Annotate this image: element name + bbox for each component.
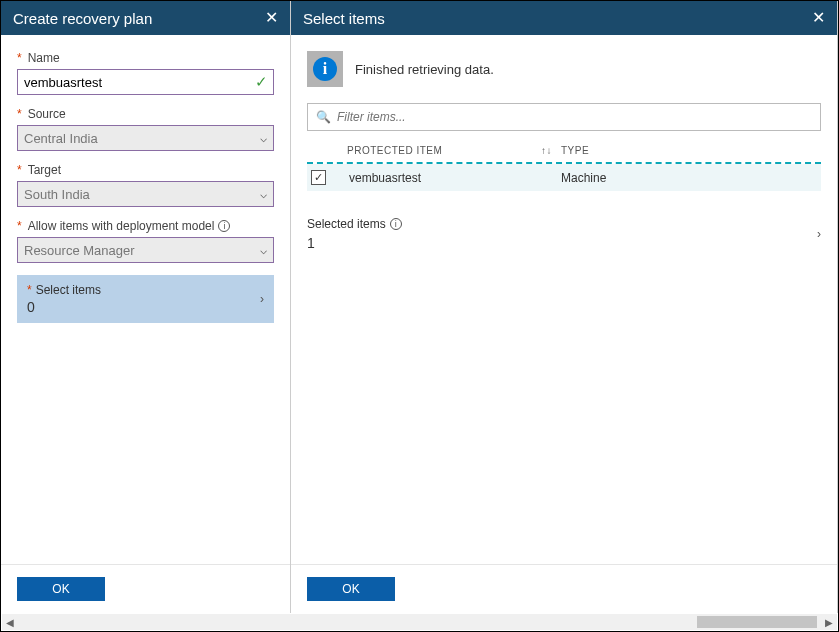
scroll-thumb[interactable] [697,616,817,628]
search-icon: 🔍 [316,110,331,124]
chevron-right-icon: › [260,292,264,306]
ok-button[interactable]: OK [17,577,105,601]
chevron-down-icon: ⌵ [260,243,267,257]
scroll-right-arrow[interactable]: ▶ [821,614,837,630]
required-marker: * [17,163,22,177]
col-header-type[interactable]: TYPE [561,145,817,156]
sort-icon[interactable]: ↑↓ [541,145,561,156]
chevron-down-icon: ⌵ [260,131,267,145]
required-marker: * [17,107,22,121]
items-table: PROTECTED ITEM ↑↓ TYPE ✓ vembuasrtest Ma… [307,139,821,191]
table-header: PROTECTED ITEM ↑↓ TYPE [307,139,821,164]
row-item-name: vembuasrtest [341,171,541,185]
selected-items-summary[interactable]: Selected items i 1 › [307,217,821,251]
chevron-right-icon: › [817,227,821,241]
required-marker: * [27,283,32,297]
checkmark-icon: ✓ [255,73,268,91]
left-pane-footer: OK [1,564,290,613]
chevron-down-icon: ⌵ [260,187,267,201]
left-pane-header: Create recovery plan ✕ [1,1,290,35]
right-pane-footer: OK [291,564,837,613]
target-field: * Target South India ⌵ [17,163,274,207]
info-icon: i [313,57,337,81]
target-label: * Target [17,163,274,177]
left-pane-body: * Name ✓ * Source Central India ⌵ [1,35,290,564]
info-icon[interactable]: i [390,218,402,230]
source-field: * Source Central India ⌵ [17,107,274,151]
required-marker: * [17,219,22,233]
table-row[interactable]: ✓ vembuasrtest Machine [307,164,821,191]
col-header-protected[interactable]: PROTECTED ITEM [341,145,541,156]
info-icon-box: i [307,51,343,87]
filter-field[interactable]: 🔍 [307,103,821,131]
row-item-type: Machine [561,171,817,185]
deployment-field: * Allow items with deployment model i Re… [17,219,274,263]
close-icon[interactable]: ✕ [265,10,278,26]
deployment-label: * Allow items with deployment model i [17,219,274,233]
name-field: * Name ✓ [17,51,274,95]
scroll-left-arrow[interactable]: ◀ [2,614,18,630]
info-icon[interactable]: i [218,220,230,232]
info-banner: i Finished retrieving data. [307,51,821,87]
right-pane-body: i Finished retrieving data. 🔍 PROTECTED … [291,35,837,564]
deployment-select[interactable]: Resource Manager ⌵ [17,237,274,263]
right-pane-header: Select items ✕ [291,1,837,35]
target-select[interactable]: South India ⌵ [17,181,274,207]
select-items-pane: Select items ✕ i Finished retrieving dat… [291,1,838,613]
required-marker: * [17,51,22,65]
close-icon[interactable]: ✕ [812,10,825,26]
horizontal-scrollbar[interactable]: ◀ ▶ [2,614,837,630]
right-pane-title: Select items [303,10,385,27]
source-label: * Source [17,107,274,121]
source-select[interactable]: Central India ⌵ [17,125,274,151]
create-recovery-plan-pane: Create recovery plan ✕ * Name ✓ * Source [1,1,291,613]
ok-button[interactable]: OK [307,577,395,601]
row-checkbox[interactable]: ✓ [311,170,326,185]
name-label: * Name [17,51,274,65]
select-items-button[interactable]: * Select items 0 › [17,275,274,323]
selected-count: 1 [307,235,402,251]
left-pane-title: Create recovery plan [13,10,152,27]
select-items-count: 0 [27,299,101,315]
filter-input[interactable] [337,110,812,124]
banner-text: Finished retrieving data. [355,62,494,77]
name-input[interactable] [17,69,274,95]
